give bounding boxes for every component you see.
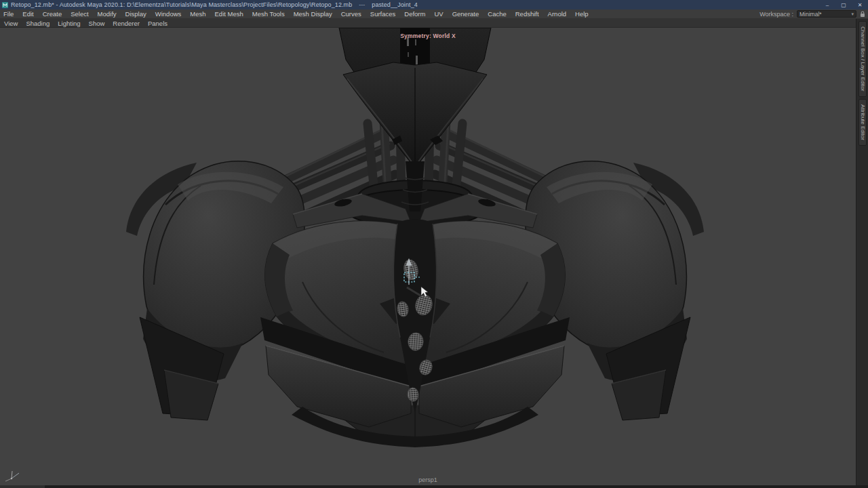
- panel-menu-item[interactable]: Lighting: [58, 20, 80, 27]
- title-selection-suffix: pasted__Joint_4: [372, 1, 418, 8]
- workspace-label: Workspace :: [760, 11, 793, 18]
- panel-menu-item[interactable]: Shading: [26, 20, 50, 27]
- workspace-value: Minimal*: [800, 11, 822, 18]
- menubar-item[interactable]: Surfaces: [370, 10, 396, 18]
- title-separator: ---: [359, 1, 365, 8]
- menubar-item[interactable]: Deform: [404, 10, 425, 18]
- menubar-item[interactable]: Modify: [98, 10, 117, 18]
- menubar-item[interactable]: Mesh Tools: [252, 10, 285, 18]
- maya-window: Retopo_12.mb* - Autodesk Maya 2020.1: D:…: [0, 0, 868, 488]
- menubar-item[interactable]: Create: [43, 10, 62, 18]
- panel-menu-item[interactable]: Panels: [148, 20, 167, 27]
- bottom-strip-segment: [0, 485, 45, 488]
- maximize-button[interactable]: ▢: [835, 0, 852, 9]
- menubar-item[interactable]: Mesh Display: [294, 10, 332, 18]
- menubar-item[interactable]: Mesh: [190, 10, 205, 18]
- menubar-item[interactable]: Display: [125, 10, 146, 18]
- main-menubar: FileEditCreateSelectModifyDisplayWindows…: [0, 9, 868, 19]
- menubar-item[interactable]: UV: [434, 10, 443, 18]
- right-sidebar: Channel Box / Layer EditorAttribute Edit…: [856, 19, 868, 485]
- workspace-selector: Workspace : Minimal* ▾: [760, 10, 868, 18]
- sidebar-tab[interactable]: Channel Box / Layer Editor: [859, 21, 867, 97]
- menubar-item[interactable]: Select: [71, 10, 88, 18]
- menubar-item[interactable]: Help: [575, 10, 589, 18]
- menubar-item[interactable]: Windows: [155, 10, 182, 18]
- menubar-item[interactable]: Cache: [488, 10, 506, 18]
- menubar-item[interactable]: Arnold: [548, 10, 566, 18]
- menubar-item[interactable]: Curves: [341, 10, 361, 18]
- viewport-3d[interactable]: Symmetry: World X persp1: [0, 28, 856, 485]
- menubar-item[interactable]: File: [3, 10, 14, 18]
- lock-icon[interactable]: [860, 11, 865, 18]
- close-button[interactable]: ✕: [852, 0, 868, 9]
- viewport-canvas[interactable]: [0, 28, 856, 485]
- camera-label: persp1: [0, 476, 856, 483]
- maya-file-icon: [2, 2, 8, 8]
- panel-menu-item[interactable]: View: [4, 20, 18, 27]
- window-title: Retopo_12.mb* - Autodesk Maya 2020.1: D:…: [11, 1, 352, 8]
- menubar-item[interactable]: Generate: [452, 10, 479, 18]
- minimize-button[interactable]: –: [819, 0, 835, 9]
- titlebar: Retopo_12.mb* - Autodesk Maya 2020.1: D:…: [0, 0, 868, 9]
- panel-menu-item[interactable]: Renderer: [113, 20, 140, 27]
- chevron-down-icon: ▾: [851, 12, 854, 17]
- menubar-item[interactable]: Redshift: [515, 10, 539, 18]
- menu-list: FileEditCreateSelectModifyDisplayWindows…: [0, 10, 589, 18]
- menubar-item[interactable]: Edit Mesh: [215, 10, 243, 18]
- symmetry-hud: Symmetry: World X: [0, 33, 856, 39]
- workspace-dropdown[interactable]: Minimal* ▾: [797, 10, 856, 18]
- menubar-item[interactable]: Edit: [22, 10, 33, 18]
- window-controls: – ▢ ✕: [819, 0, 868, 9]
- panel-menubar: ViewShadingLightingShowRendererPanels: [0, 19, 856, 28]
- panel-menu-item[interactable]: Show: [89, 20, 105, 27]
- bottom-strip: [0, 485, 868, 488]
- sidebar-tab[interactable]: Attribute Editor: [859, 99, 867, 146]
